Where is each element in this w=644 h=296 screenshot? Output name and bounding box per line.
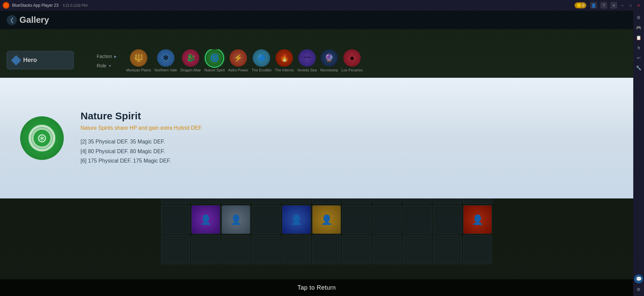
coin-icon [577,3,581,8]
game-area: ❮ Gallery Hero Faction ▶ Role ▼ 🔱Moniyan… [0,11,633,296]
sidebar-icon-1[interactable]: ⚙ [635,13,643,21]
popup-subtitle: Nature Spirits share HP and gain extra H… [81,125,613,131]
nature-spirit-icon [20,116,64,160]
popup-stat-3: [6] 175 Physical DEF. 175 Magic DEF. [81,156,613,166]
app-name-label: BlueStacks App Player 23 [12,3,58,8]
chat-btn[interactable]: 💬 [634,275,643,283]
popup-title: Nature Spirit [81,110,613,122]
right-sidebar: ⚙ 🎮 📋 🖱 ↩ 🔧 💬 ⚙ [633,11,644,296]
profile-btn[interactable]: 👤 [590,2,597,9]
title-bar: BlueStacks App Player 23 5.22.0.1102 P64… [0,0,644,11]
close-btn[interactable]: ✕ [636,3,641,8]
popup-stat-1: [2] 35 Physical DEF. 35 Magic DEF. [81,137,613,147]
popup-stat-2: [4] 80 Physical DEF. 80 Magic DEF. [81,147,613,157]
sidebar-icon-6[interactable]: 🔧 [635,64,643,72]
restore-btn[interactable]: □ [628,3,633,8]
app-title: BlueStacks App Player 23 5.22.0.1102 P64 [12,3,575,8]
tap-return-bar[interactable]: Tap to Return [0,279,633,296]
app-icon [3,2,9,9]
titlebar-controls: 0 👤 ? ≡ ─ □ ✕ [575,2,641,9]
sidebar-icon-3[interactable]: 📋 [635,34,643,42]
nature-spirit-popup: Nature Spirit Nature Spirits share HP an… [0,78,633,198]
tap-return-label: Tap to Return [297,284,336,291]
sidebar-icon-settings[interactable]: ⚙ [635,285,643,293]
popup-stats: [2] 35 Physical DEF. 35 Magic DEF. [4] 8… [81,137,613,166]
help-btn[interactable]: ? [600,2,607,9]
nature-spiral-icon [29,125,55,152]
popup-content: Nature Spirit Nature Spirits share HP an… [81,110,613,166]
coin-badge: 0 [575,2,586,8]
coin-count: 0 [582,3,584,7]
menu-btn[interactable]: ≡ [610,2,617,9]
app-version-label: 5.22.0.1102 P64 [63,4,87,7]
sidebar-icon-5[interactable]: ↩ [635,54,643,62]
sidebar-icon-4[interactable]: 🖱 [635,44,643,52]
minimize-btn[interactable]: ─ [620,3,625,8]
sidebar-icon-2[interactable]: 🎮 [635,23,643,32]
